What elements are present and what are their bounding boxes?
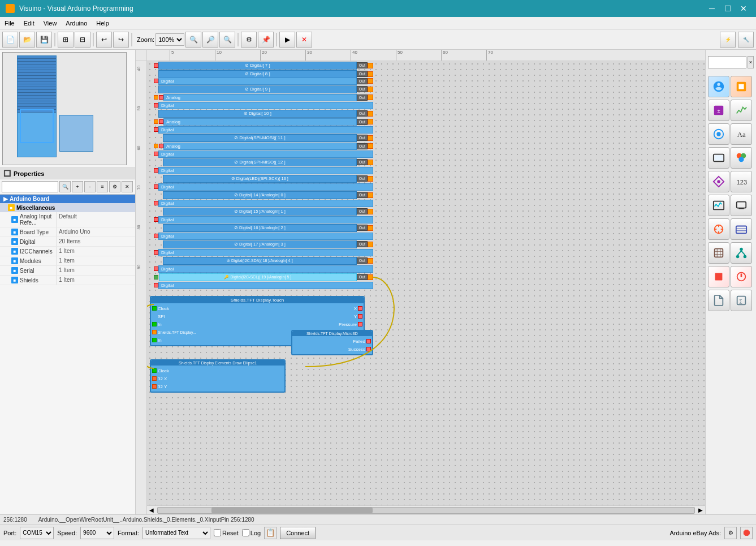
zoom-select[interactable]: 50% 75% 100% 125% 150% 200% [155,33,184,46]
right-tool-memory[interactable] [708,242,729,264]
menu-arduino[interactable]: Arduino [61,19,92,28]
right-tool-display2[interactable] [731,195,752,216]
grid-button[interactable]: ⊟ [75,32,90,48]
pin-ind-k [154,266,158,271]
right-tool-display[interactable] [708,147,729,169]
compile-button[interactable]: ⚙ [241,32,257,48]
prop-section-arduino-board[interactable]: ▶ Arduino Board [0,195,135,203]
scroll-track[interactable] [157,507,695,514]
right-tool-motor[interactable] [708,218,729,240]
maximize-button[interactable]: ☐ [721,2,735,15]
minimap-content [3,53,126,165]
menu-help[interactable]: Help [92,19,114,28]
log-icon-button[interactable]: 📋 [264,527,277,539]
tft-success-pin [366,347,371,351]
right-tool-text[interactable]: Aa [731,123,752,145]
prop-val-analog-ref[interactable]: Default [57,212,135,227]
prop-val-board-type[interactable]: Arduino Uno [57,227,135,237]
right-tool-scope[interactable] [708,195,729,216]
format-select[interactable]: Unformatted Text [142,527,210,539]
main-layout: 🔲 Properties 🔍 + - ≡ ⚙ ✕ ▶ Arduino Board [0,50,756,514]
new-button[interactable]: 📄 [2,32,18,48]
right-tool-script[interactable] [708,290,729,311]
menu-edit[interactable]: Edit [19,19,39,28]
log-label[interactable]: Log [242,529,261,536]
right-tool-calc2[interactable]: ∑ [731,290,752,311]
svg-point-12 [717,180,720,183]
scroll-left-button[interactable]: ◀ [147,507,156,513]
ellipse-component[interactable]: Shields.TFT Display.Elements.Draw Ellips… [150,359,286,393]
title-bar: Visuino - Visual Arduino Programming ─ ☐… [0,0,756,17]
scroll-right-button[interactable]: ▶ [696,507,705,513]
right-toolbar-search-btn[interactable]: × [748,56,754,68]
right-tool-number[interactable]: 123 [731,171,752,192]
pin-ind-f [154,184,158,189]
properties-search-input[interactable] [2,181,58,192]
properties-search-button[interactable]: 🔍 [59,181,71,192]
prop-val-shields[interactable]: 1 Item [57,276,135,285]
prop-val-i2c[interactable]: 1 Item [57,247,135,256]
properties-close-button[interactable]: ✕ [122,181,133,192]
right-tool-network[interactable] [731,242,752,264]
pin-ind-i2cscl-green [154,275,158,280]
zoom-out-button[interactable]: 🔍 [219,32,235,48]
right-tool-color[interactable] [731,147,752,169]
properties-collapse-button[interactable]: - [84,181,96,192]
log-checkbox[interactable] [242,529,249,536]
layout-button[interactable]: ⊞ [58,32,74,48]
properties-expand-button[interactable]: + [72,181,83,192]
connect-button[interactable]: Connect [280,527,316,539]
right-tool-calc[interactable]: ± [708,100,729,121]
ads-settings-button[interactable]: ⚙ [724,527,737,539]
svg-text:±: ± [717,108,720,114]
redo-button[interactable]: ↪ [113,32,129,48]
menu-file[interactable]: File [0,19,19,28]
close-button[interactable]: ✕ [737,2,750,15]
right-tool-esp[interactable] [731,76,752,97]
undo-button[interactable]: ↩ [96,32,112,48]
save-button[interactable]: 💾 [36,32,52,48]
pin-label-ain1: ⊘ Digital[ 15 ]/AnalogIn[ 1 ] [163,208,357,216]
zoom-fit-button[interactable]: 🔍 [185,32,201,48]
pin-button[interactable]: 📌 [258,32,274,48]
zoom-in-button[interactable]: 🔎 [202,32,218,48]
pin-out-analog3: Out [357,143,368,149]
reset-label[interactable]: Reset [214,529,239,536]
right-tool-comms[interactable] [708,171,729,192]
ads-icon-button[interactable]: 🛑 [740,527,753,539]
right-tool-sensor[interactable] [708,123,729,145]
tft-microsd-component[interactable]: Shields.TFT Display.MicroSD Failed Succe… [291,330,373,355]
scroll-thumb[interactable] [211,508,373,513]
right-tool-signal[interactable] [731,100,752,121]
title-controls[interactable]: ─ ☐ ✕ [705,2,750,15]
stop-button[interactable]: ✕ [296,32,312,48]
properties-config-button[interactable]: ⚙ [109,181,120,192]
tft-clock-row: Clock [152,304,257,312]
upload-button[interactable]: ▶ [279,32,295,48]
menu-view[interactable]: View [39,19,62,28]
prop-val-modules[interactable]: 1 Item [57,256,135,265]
open-button[interactable]: 📂 [19,32,35,48]
prop-val-digital[interactable]: 20 Items [57,237,135,246]
minimap-viewport[interactable] [20,109,54,143]
reset-checkbox[interactable] [214,529,221,536]
canvas-scroll[interactable]: ⊘ Digital[ 7 ] Out [147,61,705,505]
right-toolbar-search-input[interactable] [708,56,746,68]
right-tool-power[interactable] [731,266,752,287]
prop-row-analog-ref: ■ Analog Input Refe... Default [0,212,135,227]
prop-val-serial[interactable]: 1 Item [57,266,135,275]
right-tool-lcd[interactable] [731,218,752,240]
speed-select[interactable]: 9600 [80,527,114,539]
right-tool-arduino[interactable] [708,76,729,97]
pin-ind-j [154,250,158,255]
prop-subsection-misc[interactable]: ■ Miscellaneous [0,203,135,212]
port-select[interactable]: COM15 [20,527,54,539]
minimize-button[interactable]: ─ [705,2,719,15]
properties-sort-button[interactable]: ≡ [97,181,108,192]
right-tool-stop[interactable] [708,266,729,287]
pin-row-digital-a: Digital Out [153,77,373,85]
horizontal-scrollbar[interactable]: ◀ ▶ [147,505,705,514]
pin-row-digital-mosi-c: Digital [153,126,373,134]
arduino-icon-button[interactable]: ⚡ [720,32,736,48]
component-button[interactable]: 🔧 [738,32,754,48]
